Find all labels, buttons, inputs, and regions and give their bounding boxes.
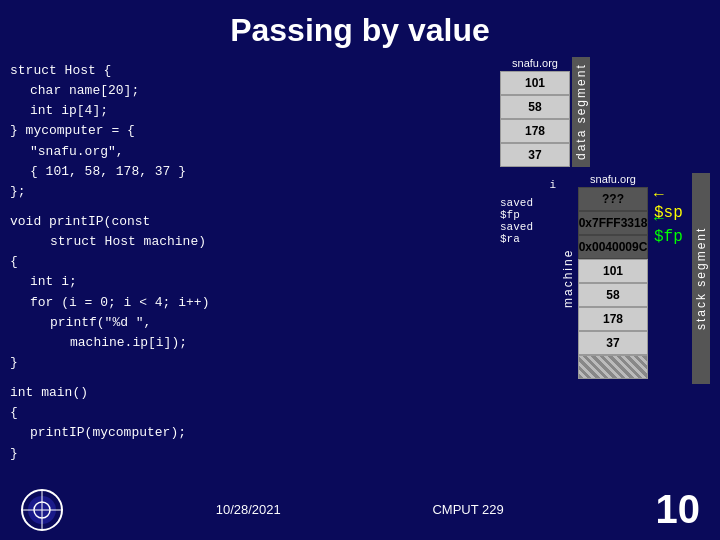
code-line-blank2	[10, 373, 490, 383]
right-label-blank6	[650, 360, 690, 384]
data-segment-content: snafu.org 101 58 178 37	[500, 57, 570, 167]
stack-cell-ip2: 178	[578, 307, 648, 331]
stack-cells: snafu.org ??? 0x7FFF3318 0x0040009C 101 …	[578, 173, 648, 384]
code-line-12: for (i = 0; i < 4; i++)	[10, 293, 490, 313]
footer-logo	[20, 488, 64, 532]
right-label-blank4	[650, 312, 690, 336]
data-segment-cells: 101 58 178 37	[500, 71, 570, 167]
main-layout: struct Host { char name[20]; int ip[4]; …	[0, 57, 720, 487]
code-line-7: };	[10, 182, 490, 202]
stack-cell-ip3: 37	[578, 331, 648, 355]
code-line-3: int ip[4];	[10, 101, 490, 121]
code-line-4: } mycomputer = {	[10, 121, 490, 141]
code-line-18: printIP(mycomputer);	[10, 423, 490, 443]
code-line-14: machine.ip[i]);	[10, 333, 490, 353]
stack-label-i: i	[500, 173, 560, 197]
right-panel: snafu.org 101 58 178 37 data segment i s…	[500, 57, 710, 487]
fp-label: ← $fp	[650, 216, 690, 240]
code-panel: struct Host { char name[20]; int ip[4]; …	[10, 57, 490, 487]
code-line-2: char name[20];	[10, 81, 490, 101]
data-cell-3: 37	[500, 143, 570, 167]
data-segment-wrapper: snafu.org 101 58 178 37 data segment	[500, 57, 710, 167]
code-line-19: }	[10, 444, 490, 464]
right-label-blank5	[650, 336, 690, 360]
stack-label-blank3	[500, 293, 560, 317]
machine-label: machine	[560, 173, 576, 384]
footer-page-number: 10	[655, 487, 700, 532]
data-segment-top-label: snafu.org	[500, 57, 570, 69]
stack-top-label: snafu.org	[578, 173, 648, 185]
data-cell-1: 58	[500, 95, 570, 119]
code-line-1: struct Host {	[10, 61, 490, 81]
footer-course: CMPUT 229	[432, 502, 503, 517]
page-title: Passing by value	[0, 0, 720, 57]
stack-cell-savedra: 0x0040009C	[578, 235, 648, 259]
stack-label-blank	[500, 245, 560, 269]
data-cell-0: 101	[500, 71, 570, 95]
right-label-blank2	[650, 264, 690, 288]
stack-cell-ip1: 58	[578, 283, 648, 307]
code-line-6: { 101, 58, 178, 37 }	[10, 162, 490, 182]
stack-label-blank2	[500, 269, 560, 293]
code-line-11: int i;	[10, 272, 490, 292]
code-line-5: "snafu.org",	[10, 142, 490, 162]
stack-label-blank4	[500, 317, 560, 341]
code-line-15: }	[10, 353, 490, 373]
right-label-blank3	[650, 288, 690, 312]
data-cell-2: 178	[500, 119, 570, 143]
stack-right-labels: ← $sp ← $fp	[650, 173, 690, 384]
code-line-8: void printIP(const	[10, 212, 490, 232]
code-line-17: {	[10, 403, 490, 423]
stack-label-savedra: saved $ra	[500, 221, 560, 245]
stack-label-blank5	[500, 341, 560, 365]
stack-cell-ip0: 101	[578, 259, 648, 283]
stack-segment-wrapper: i saved $fp saved $ra machine snafu.org …	[500, 173, 710, 384]
stack-left-labels: i saved $fp saved $ra	[500, 173, 560, 384]
stack-left-area: i saved $fp saved $ra machine	[500, 173, 576, 384]
stack-cell-i: ???	[578, 187, 648, 211]
stack-segment-label: stack segment	[692, 173, 710, 384]
stack-cell-savedfp: 0x7FFF3318	[578, 211, 648, 235]
stack-label-savedfp: saved $fp	[500, 197, 560, 221]
right-label-blank1	[650, 240, 690, 264]
stack-cell-hatched	[578, 355, 648, 379]
code-line-blank1	[10, 202, 490, 212]
code-line-9: struct Host machine)	[10, 232, 490, 252]
data-segment-label: data segment	[572, 57, 590, 167]
code-line-13: printf("%d ",	[10, 313, 490, 333]
code-line-10: {	[10, 252, 490, 272]
code-line-16: int main()	[10, 383, 490, 403]
footer: 10/28/2021 CMPUT 229 10	[0, 487, 720, 532]
footer-date: 10/28/2021	[216, 502, 281, 517]
